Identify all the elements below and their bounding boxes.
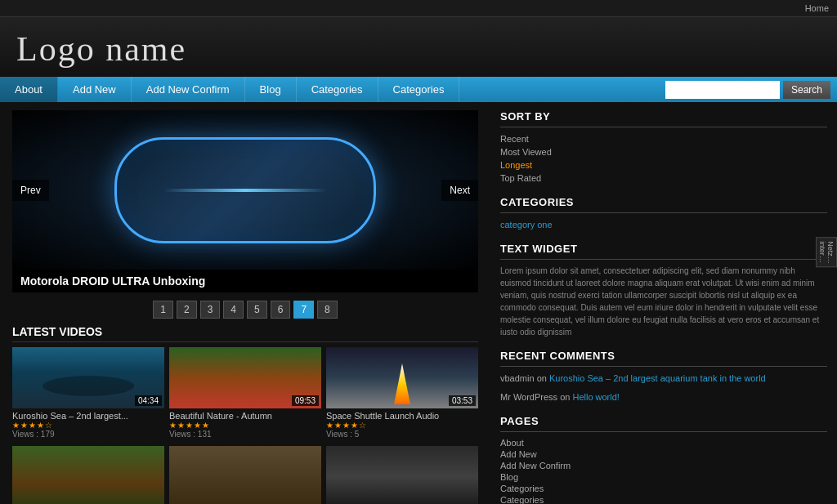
- video-title-0: Kuroshio Sea – 2nd largest...: [12, 411, 164, 421]
- category-category-one[interactable]: category one: [500, 218, 827, 231]
- video-info-1: Beautiful Nature - Autumn★★★★★Views : 13…: [169, 408, 321, 441]
- page-7[interactable]: 7: [293, 301, 314, 319]
- slide-image: Prev Next: [12, 110, 478, 270]
- main-container: Prev Next Motorola DROID ULTRA Unboxing …: [0, 102, 837, 504]
- search-area: Search: [659, 78, 837, 102]
- page-3[interactable]: 3: [200, 301, 221, 319]
- nav-item-about[interactable]: About: [0, 77, 58, 102]
- video-duration-0: 04:34: [135, 395, 162, 406]
- search-input[interactable]: [665, 81, 780, 99]
- video-title-1: Beautiful Nature - Autumn: [169, 411, 321, 421]
- video-stars-1: ★★★★★: [169, 421, 321, 430]
- video-thumb-5[interactable]: [326, 446, 478, 504]
- page-link-categories[interactable]: Categories: [500, 494, 827, 504]
- video-title-2: Space Shuttle Launch Audio: [326, 411, 478, 421]
- category-links: category one: [500, 218, 827, 231]
- page-link-about[interactable]: About: [500, 437, 827, 448]
- video-image-1: 09:53: [169, 347, 321, 408]
- navigation: AboutAdd NewAdd New ConfirmBlogCategorie…: [0, 77, 837, 102]
- page-1[interactable]: 1: [153, 301, 173, 319]
- video-duration-2: 03:53: [449, 395, 476, 406]
- categories-title: CATEGORIES: [500, 196, 827, 213]
- home-link[interactable]: Home: [805, 3, 829, 13]
- next-button[interactable]: Next: [441, 180, 478, 201]
- sort-links: RecentMost ViewedLongestTop Rated: [500, 132, 827, 185]
- device-image: [114, 137, 376, 243]
- nav-item-add-new[interactable]: Add New: [58, 77, 132, 102]
- page-6[interactable]: 6: [271, 301, 291, 319]
- comment-link-0[interactable]: Kuroshio Sea – 2nd largest aquarium tank…: [549, 373, 766, 383]
- page-4[interactable]: 4: [223, 301, 244, 319]
- latest-videos-title: LATEST VIDEOS: [12, 325, 478, 342]
- page-link-categories[interactable]: Categories: [500, 483, 827, 494]
- search-button[interactable]: Search: [783, 81, 830, 99]
- video-info-0: Kuroshio Sea – 2nd largest...★★★★☆Views …: [12, 408, 164, 441]
- pages-title: PAGES: [500, 415, 827, 432]
- comment-link-1[interactable]: Hello world!: [572, 392, 619, 402]
- videos-grid: 04:34Kuroshio Sea – 2nd largest...★★★★☆V…: [12, 347, 478, 504]
- page-2[interactable]: 2: [177, 301, 197, 319]
- sort-most-viewed[interactable]: Most Viewed: [500, 145, 827, 158]
- top-bar: Home: [0, 0, 837, 17]
- slide-caption: Motorola DROID ULTRA Unboxing: [12, 270, 478, 292]
- page-5[interactable]: 5: [247, 301, 267, 319]
- nav-item-categories[interactable]: Categories: [297, 77, 378, 102]
- nav-item-blog[interactable]: Blog: [245, 77, 297, 102]
- video-image-2: 03:53: [326, 347, 478, 408]
- page-8[interactable]: 8: [317, 301, 338, 319]
- video-thumb-3[interactable]: [12, 446, 164, 504]
- nav-item-add-new-confirm[interactable]: Add New Confirm: [132, 77, 245, 102]
- text-widget-content: Lorem ipsum dolor sit amet, consectetuer…: [500, 265, 827, 338]
- recent-comments-section: RECENT COMMENTS vbadmin on Kuroshio Sea …: [500, 350, 827, 404]
- page-link-add-new[interactable]: Add New: [500, 448, 827, 460]
- recent-comments-title: RECENT COMMENTS: [500, 350, 827, 367]
- video-thumb-2[interactable]: 03:53Space Shuttle Launch Audio★★★★☆View…: [326, 347, 478, 441]
- comment-author-1: Mr WordPress on: [500, 392, 572, 402]
- pages-list: AboutAdd NewAdd New ConfirmBlogCategorie…: [500, 437, 827, 504]
- video-thumb-4[interactable]: [169, 446, 321, 504]
- slideshow: Prev Next Motorola DROID ULTRA Unboxing: [12, 110, 478, 292]
- categories-section: CATEGORIES category one: [500, 196, 827, 231]
- nav-items: AboutAdd NewAdd New ConfirmBlogCategorie…: [0, 77, 659, 102]
- video-duration-1: 09:53: [292, 395, 319, 406]
- logo-area: Logo name: [0, 17, 837, 77]
- sort-recent[interactable]: Recent: [500, 132, 827, 145]
- video-image-0: 04:34: [12, 347, 164, 408]
- page-link-add-new-confirm[interactable]: Add New Confirm: [500, 460, 827, 471]
- logo[interactable]: Logo name: [16, 29, 821, 69]
- pages-section: PAGES AboutAdd NewAdd New ConfirmBlogCat…: [500, 415, 827, 504]
- text-widget-section: TEXT WIDGET Lorem ipsum dolor sit amet, …: [500, 243, 827, 338]
- video-views-1: Views : 131: [169, 430, 321, 439]
- prev-button[interactable]: Prev: [12, 180, 49, 201]
- page-link-blog[interactable]: Blog: [500, 471, 827, 483]
- netzwerk-ad: Netz…inter…: [816, 237, 837, 268]
- sort-by-title: SORT BY: [500, 110, 827, 127]
- video-stars-0: ★★★★☆: [12, 421, 164, 430]
- video-info-2: Space Shuttle Launch Audio★★★★☆Views : 5: [326, 408, 478, 441]
- video-stars-2: ★★★★☆: [326, 421, 478, 430]
- sort-longest[interactable]: Longest: [500, 158, 827, 172]
- comment-1: Mr WordPress on Hello world!: [500, 390, 827, 404]
- video-views-0: Views : 179: [12, 430, 164, 439]
- text-widget-title: TEXT WIDGET: [500, 243, 827, 260]
- comment-0: vbadmin on Kuroshio Sea – 2nd largest aq…: [500, 372, 827, 386]
- sort-top-rated[interactable]: Top Rated: [500, 172, 827, 185]
- video-image-3: [12, 446, 164, 504]
- content-area: Prev Next Motorola DROID ULTRA Unboxing …: [0, 102, 490, 504]
- sidebar: SORT BY RecentMost ViewedLongestTop Rate…: [490, 102, 837, 504]
- nav-item-categories[interactable]: Categories: [378, 77, 460, 102]
- video-thumb-1[interactable]: 09:53Beautiful Nature - Autumn★★★★★Views…: [169, 347, 321, 441]
- video-image-4: [169, 446, 321, 504]
- sort-by-section: SORT BY RecentMost ViewedLongestTop Rate…: [500, 110, 827, 185]
- video-thumb-0[interactable]: 04:34Kuroshio Sea – 2nd largest...★★★★☆V…: [12, 347, 164, 441]
- comment-author-0: vbadmin on: [500, 373, 549, 383]
- pagination: 12345678: [12, 301, 478, 319]
- video-image-5: [326, 446, 478, 504]
- video-views-2: Views : 5: [326, 430, 478, 439]
- comments-list: vbadmin on Kuroshio Sea – 2nd largest aq…: [500, 372, 827, 404]
